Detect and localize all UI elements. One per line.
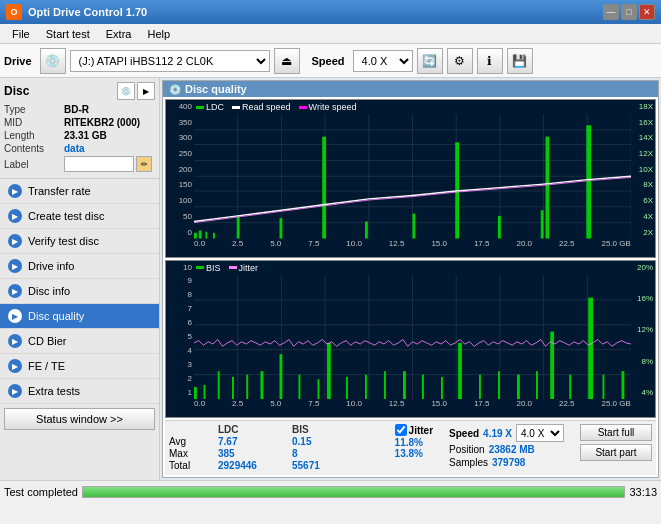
top-chart-x: 0.0 2.5 5.0 7.5 10.0 12.5 15.0 17.5 20.0… bbox=[194, 239, 631, 257]
menu-help[interactable]: Help bbox=[139, 26, 178, 42]
sidebar-item-transfer-rate[interactable]: ▶ Transfer rate bbox=[0, 179, 159, 204]
total-bis: 55671 bbox=[292, 460, 362, 471]
menu-extra[interactable]: Extra bbox=[98, 26, 140, 42]
transfer-rate-label: Transfer rate bbox=[28, 185, 91, 197]
refresh-button[interactable]: 🔄 bbox=[417, 48, 443, 74]
label-input[interactable] bbox=[64, 156, 134, 172]
status-text: Test completed bbox=[4, 486, 78, 498]
speed-display: 4.19 X bbox=[483, 428, 512, 439]
svg-rect-61 bbox=[479, 374, 481, 399]
bis-legend-label: BIS bbox=[206, 263, 221, 273]
bottom-chart-y-right: 20% 16% 12% 8% 4% bbox=[631, 261, 655, 400]
svg-rect-68 bbox=[603, 374, 605, 399]
speed-label: Speed bbox=[312, 55, 345, 67]
bottom-chart-legend: BIS Jitter bbox=[196, 263, 258, 273]
jitter-checkbox[interactable] bbox=[395, 424, 407, 436]
svg-rect-24 bbox=[365, 222, 368, 239]
disc-info-table: Type BD-R MID RITEKBR2 (000) Length 23.3… bbox=[4, 104, 155, 172]
sidebar-item-cd-bier[interactable]: ▶ CD Bier bbox=[0, 329, 159, 354]
stats-max-row: Max 385 8 bbox=[169, 448, 387, 459]
top-chart-y-left: 400 350 300 250 200 150 100 50 0 bbox=[166, 100, 194, 239]
start-part-button[interactable]: Start part bbox=[580, 444, 652, 461]
jitter-col: Jitter 11.8% 13.8% bbox=[395, 424, 433, 459]
drive-info-label: Drive info bbox=[28, 260, 74, 272]
samples-label: Samples bbox=[449, 457, 488, 468]
sidebar-item-fe-te[interactable]: ▶ FE / TE bbox=[0, 354, 159, 379]
sidebar-item-disc-quality[interactable]: ▶ Disc quality bbox=[0, 304, 159, 329]
total-ldc: 2929446 bbox=[218, 460, 288, 471]
menu-start-test[interactable]: Start test bbox=[38, 26, 98, 42]
max-label: Max bbox=[169, 448, 214, 459]
eject-button[interactable]: ⏏ bbox=[274, 48, 300, 74]
sidebar-item-disc-info[interactable]: ▶ Disc info bbox=[0, 279, 159, 304]
write-speed-legend-dot bbox=[299, 106, 307, 109]
max-bis: 8 bbox=[292, 448, 362, 459]
toolbar: Drive 💿 (J:) ATAPI iHBS112 2 CL0K ⏏ Spee… bbox=[0, 44, 661, 78]
svg-rect-49 bbox=[261, 371, 264, 399]
drive-label: Drive bbox=[4, 55, 32, 67]
avg-label: Avg bbox=[169, 436, 214, 447]
sidebar-item-drive-info[interactable]: ▶ Drive info bbox=[0, 254, 159, 279]
sidebar-item-verify-test-disc[interactable]: ▶ Verify test disc bbox=[0, 229, 159, 254]
svg-rect-51 bbox=[299, 374, 301, 399]
drive-select[interactable]: (J:) ATAPI iHBS112 2 CL0K bbox=[70, 50, 270, 72]
svg-rect-27 bbox=[498, 216, 501, 239]
close-button[interactable]: ✕ bbox=[639, 4, 655, 20]
disc-label: Disc bbox=[4, 84, 29, 98]
svg-rect-44 bbox=[194, 387, 197, 399]
extra-tests-icon: ▶ bbox=[8, 384, 22, 398]
mid-key: MID bbox=[4, 117, 64, 128]
svg-rect-63 bbox=[517, 374, 520, 399]
maximize-button[interactable]: □ bbox=[621, 4, 637, 20]
settings-button[interactable]: ⚙ bbox=[447, 48, 473, 74]
avg-ldc: 7.67 bbox=[218, 436, 288, 447]
type-value: BD-R bbox=[64, 104, 89, 115]
svg-rect-23 bbox=[322, 137, 326, 239]
title-bar: O Opti Drive Control 1.70 — □ ✕ bbox=[0, 0, 661, 24]
disc-icon-btn-1[interactable]: 💿 bbox=[117, 82, 135, 100]
extra-tests-label: Extra tests bbox=[28, 385, 80, 397]
save-button[interactable]: 💾 bbox=[507, 48, 533, 74]
sidebar-item-extra-tests[interactable]: ▶ Extra tests bbox=[0, 379, 159, 404]
svg-rect-66 bbox=[569, 374, 571, 399]
position-value: 23862 MB bbox=[489, 444, 535, 455]
svg-rect-29 bbox=[546, 137, 550, 239]
stats-header-row: LDC BIS bbox=[169, 424, 387, 435]
drive-icon-button[interactable]: 💿 bbox=[40, 48, 66, 74]
contents-value[interactable]: data bbox=[64, 143, 85, 154]
svg-rect-64 bbox=[536, 371, 538, 399]
total-label: Total bbox=[169, 460, 214, 471]
start-full-button[interactable]: Start full bbox=[580, 424, 652, 441]
speed-select[interactable]: 4.0 X bbox=[353, 50, 413, 72]
status-bar: Test completed 33:13 bbox=[0, 480, 661, 502]
content-area: 💿 Disc quality LDC Read speed bbox=[160, 78, 661, 480]
svg-rect-67 bbox=[588, 297, 593, 399]
svg-rect-25 bbox=[413, 214, 416, 239]
top-chart-svg bbox=[194, 114, 631, 239]
svg-rect-46 bbox=[218, 371, 220, 399]
speed-select-stats[interactable]: 4.0 X bbox=[516, 424, 564, 442]
status-time: 33:13 bbox=[629, 486, 657, 498]
svg-rect-54 bbox=[346, 376, 348, 399]
verify-test-disc-label: Verify test disc bbox=[28, 235, 99, 247]
status-window-button[interactable]: Status window >> bbox=[4, 408, 155, 430]
sidebar-item-create-test-disc[interactable]: ▶ Create test disc bbox=[0, 204, 159, 229]
minimize-button[interactable]: — bbox=[603, 4, 619, 20]
disc-icon-btn-2[interactable]: ▶ bbox=[137, 82, 155, 100]
samples-value: 379798 bbox=[492, 457, 525, 468]
menu-file[interactable]: File bbox=[4, 26, 38, 42]
read-speed-legend-label: Read speed bbox=[242, 102, 291, 112]
create-test-disc-icon: ▶ bbox=[8, 209, 22, 223]
info-button[interactable]: ℹ bbox=[477, 48, 503, 74]
svg-rect-52 bbox=[318, 379, 320, 399]
contents-key: Contents bbox=[4, 143, 64, 154]
disc-info-icon: ▶ bbox=[8, 284, 22, 298]
bottom-chart-x: 0.0 2.5 5.0 7.5 10.0 12.5 15.0 17.5 20.0… bbox=[194, 399, 631, 417]
charts-area: LDC Read speed Write speed 400 bbox=[163, 97, 658, 477]
fe-te-label: FE / TE bbox=[28, 360, 65, 372]
svg-rect-60 bbox=[458, 342, 462, 399]
top-chart-legend: LDC Read speed Write speed bbox=[196, 102, 356, 112]
svg-rect-69 bbox=[622, 371, 625, 399]
label-icon-button[interactable]: ✏ bbox=[136, 156, 152, 172]
window-controls: — □ ✕ bbox=[603, 4, 655, 20]
